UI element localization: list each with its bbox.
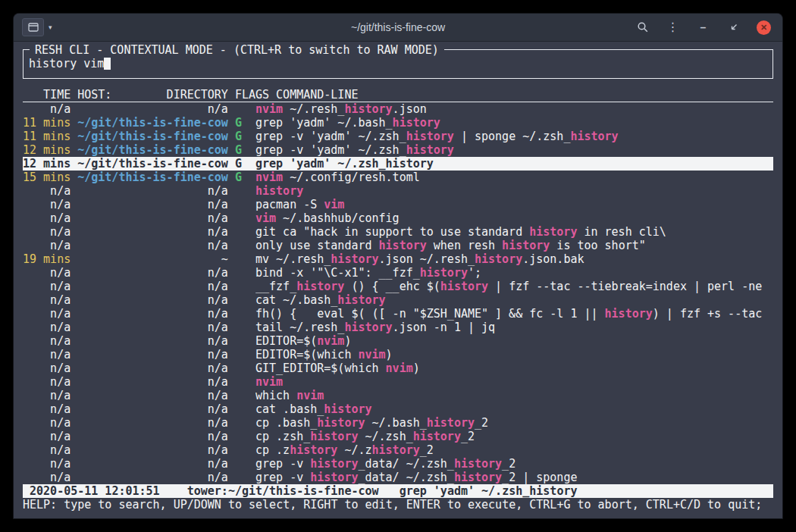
history-row[interactable]: n/an/anvim xyxy=(23,375,773,389)
history-row[interactable]: n/an/apacman -S vim xyxy=(23,198,773,211)
menu-kebab-icon[interactable]: ⋮ xyxy=(666,20,680,35)
history-row[interactable]: n/an/afh() { eval $( ([ -n "$ZSH_NAME" ]… xyxy=(23,307,773,321)
row-time: n/a xyxy=(23,402,71,416)
row-command: only use standard history when resh hist… xyxy=(255,239,773,252)
row-command: bind -x '"\C-x1": __fzf_history'; xyxy=(255,266,773,280)
history-row[interactable]: n/an/aEDITOR=$(nvim) xyxy=(23,334,773,348)
history-row[interactable]: n/an/aGIT_EDITOR=$(which nvim) xyxy=(23,361,773,375)
row-host-dir: n/a xyxy=(77,416,228,430)
row-command: grep -v 'yadm' ~/.zsh_history | sponge ~… xyxy=(255,130,773,143)
history-row[interactable]: n/an/acp .zhistory ~/.zhistory_2 xyxy=(23,443,773,457)
history-row[interactable]: 19 mins~mv ~/.resh_history.json ~/.resh_… xyxy=(23,252,773,266)
history-row[interactable]: n/an/agrep -v history_data/ ~/.zsh_histo… xyxy=(23,471,773,484)
history-row-selected[interactable]: 12 mins~/git/this-is-fine-cowGgrep 'yadm… xyxy=(23,157,773,171)
row-time: 12 mins xyxy=(23,143,71,157)
close-button[interactable]: ✕ xyxy=(757,20,771,35)
row-host-dir: n/a xyxy=(77,443,228,457)
history-row[interactable]: n/an/anvim ~/.resh_history.json xyxy=(23,102,773,116)
header-host: HOST: xyxy=(77,88,111,102)
row-host-dir: n/a xyxy=(77,280,228,293)
history-row[interactable]: 11 mins~/git/this-is-fine-cowGgrep -v 'y… xyxy=(23,130,773,143)
row-time: n/a xyxy=(23,198,71,211)
header-command: COMMAND-LINE xyxy=(276,88,773,102)
row-command: nvim xyxy=(255,375,773,389)
history-row[interactable]: n/an/acp .bash_history ~/.bash_history_2 xyxy=(23,416,773,430)
history-row[interactable]: n/an/acat ~/.bash_history xyxy=(23,293,773,307)
row-command: git ca "hack in support to use standard … xyxy=(255,225,773,239)
row-command: grep -v history_data/ ~/.zsh_history_2 |… xyxy=(255,471,773,484)
new-terminal-button[interactable] xyxy=(22,18,44,36)
history-row[interactable]: n/an/abind -x '"\C-x1": __fzf_history'; xyxy=(23,266,773,280)
row-host-dir: n/a xyxy=(77,184,228,198)
history-row[interactable]: 12 mins~/git/this-is-fine-cowGgrep -v 'y… xyxy=(23,143,773,157)
row-command: tail ~/.resh_history.json -n 1 | jq xyxy=(255,321,773,334)
row-time: n/a xyxy=(23,334,71,348)
history-row[interactable]: n/an/acat .bash_history xyxy=(23,402,773,416)
status-bar: 2020-05-11 12:01:51 tower:~/git/this-is-… xyxy=(23,484,773,498)
row-host-dir: n/a xyxy=(77,348,228,361)
row-flags: G xyxy=(235,143,255,157)
row-host-dir: n/a xyxy=(77,307,228,321)
row-time: n/a xyxy=(23,375,71,389)
row-command: nvim ~/.resh_history.json xyxy=(255,102,773,116)
resh-mode-title: RESH CLI - CONTEXTUAL MODE - (CTRL+R to … xyxy=(30,43,444,57)
row-host-dir: ~/git/this-is-fine-cow xyxy=(77,116,228,130)
row-host-dir: ~ xyxy=(77,252,228,266)
row-command: vim ~/.bashhub/config xyxy=(255,211,773,225)
titlebar: ▾ ~/git/this-is-fine-cow ⋮ – ✕ xyxy=(14,14,782,42)
history-row[interactable]: n/an/aonly use standard history when res… xyxy=(23,239,773,252)
row-host-dir: n/a xyxy=(77,102,228,116)
row-flags: G xyxy=(235,157,255,171)
row-host-dir: n/a xyxy=(77,211,228,225)
row-time: n/a xyxy=(23,239,71,252)
row-host-dir: n/a xyxy=(77,457,228,471)
history-row[interactable]: n/an/aEDITOR=$(which nvim) xyxy=(23,348,773,361)
header-directory: DIRECTORY xyxy=(167,88,228,102)
row-time: n/a xyxy=(23,361,71,375)
row-host-dir: n/a xyxy=(77,239,228,252)
row-host-dir: n/a xyxy=(77,225,228,239)
terminal-window: ▾ ~/git/this-is-fine-cow ⋮ – ✕ RESH CLI … xyxy=(14,14,782,518)
row-time: n/a xyxy=(23,307,71,321)
row-command: grep 'yadm' ~/.zsh_history xyxy=(255,157,773,171)
history-row[interactable]: n/an/avim ~/.bashhub/config xyxy=(23,211,773,225)
history-row[interactable]: n/an/atail ~/.resh_history.json -n 1 | j… xyxy=(23,321,773,334)
terminal-content: RESH CLI - CONTEXTUAL MODE - (CTRL+R to … xyxy=(14,42,782,518)
history-row[interactable]: 11 mins~/git/this-is-fine-cowGgrep 'yadm… xyxy=(23,116,773,130)
chevron-down-icon[interactable]: ▾ xyxy=(49,23,52,31)
search-query-text: history vim xyxy=(29,57,104,70)
history-row[interactable]: n/an/acp .zsh_history ~/.zsh_history_2 xyxy=(23,430,773,443)
row-time: 11 mins xyxy=(23,116,71,130)
row-time: n/a xyxy=(23,280,71,293)
history-row[interactable]: n/an/agrep -v history_data/ ~/.zsh_histo… xyxy=(23,457,773,471)
row-command: EDITOR=$(nvim) xyxy=(255,334,773,348)
row-command: cp .zsh_history ~/.zsh_history_2 xyxy=(255,430,773,443)
restore-button[interactable] xyxy=(726,20,741,35)
row-host-dir: n/a xyxy=(77,198,228,211)
row-time: 15 mins xyxy=(23,171,71,184)
status-timestamp: 2020-05-11 12:01:51 xyxy=(30,484,160,498)
row-host-dir: n/a xyxy=(77,334,228,348)
row-time: n/a xyxy=(23,348,71,361)
row-command: cat .bash_history xyxy=(255,402,773,416)
row-command: grep -v 'yadm' ~/.zsh_history xyxy=(255,143,773,157)
row-host-dir: ~/git/this-is-fine-cow xyxy=(77,130,228,143)
row-command: mv ~/.resh_history.json ~/.resh_history.… xyxy=(255,252,773,266)
history-row[interactable]: n/an/awhich nvim xyxy=(23,389,773,402)
row-time: n/a xyxy=(23,184,71,198)
row-command: history xyxy=(255,184,773,198)
history-row[interactable]: n/an/agit ca "hack in support to use sta… xyxy=(23,225,773,239)
history-row[interactable]: 15 mins~/git/this-is-fine-cowGnvim ~/.co… xyxy=(23,171,773,184)
row-command: pacman -S vim xyxy=(255,198,773,211)
row-command: fh() { eval $( ([ -n "$ZSH_NAME" ] && fc… xyxy=(255,307,773,321)
row-host-dir: ~/git/this-is-fine-cow xyxy=(77,171,228,184)
row-flags: G xyxy=(235,116,255,130)
row-command: cp .zhistory ~/.zhistory_2 xyxy=(255,443,773,457)
history-row[interactable]: n/an/a__fzf_history () { __ehc $(history… xyxy=(23,280,773,293)
header-host-directory: HOST:DIRECTORY xyxy=(77,88,228,102)
history-row[interactable]: n/an/ahistory xyxy=(23,184,773,198)
search-icon[interactable] xyxy=(635,20,650,35)
minimize-button[interactable]: – xyxy=(696,20,710,35)
header-time: TIME xyxy=(23,88,71,102)
row-flags: G xyxy=(235,171,255,184)
